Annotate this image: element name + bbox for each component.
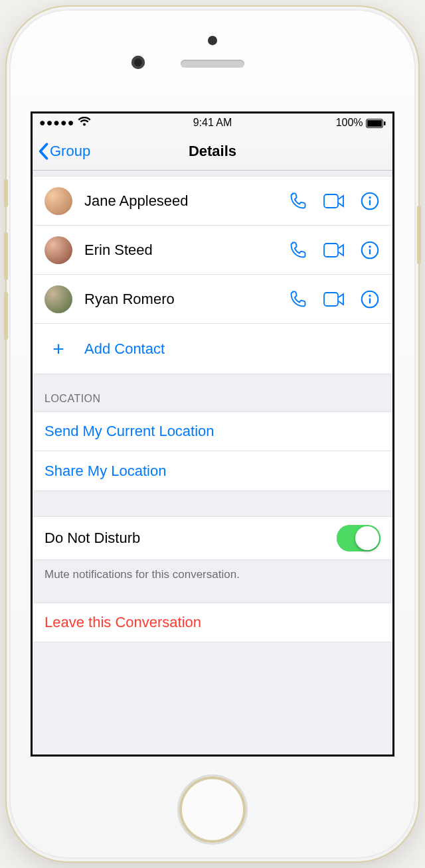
svg-rect-10 xyxy=(369,249,371,254)
screen: ●●●●● 9:41 AM 100% Group Details xyxy=(31,111,394,757)
plus-icon: + xyxy=(44,338,72,360)
back-label: Group xyxy=(50,143,90,160)
do-not-disturb-note: Mute notifications for this conversation… xyxy=(33,560,392,589)
leave-conversation-label: Leave this Conversation xyxy=(44,614,201,631)
navbar: Group Details xyxy=(33,132,392,171)
do-not-disturb-row: Do Not Disturb xyxy=(33,516,392,560)
svg-rect-7 xyxy=(324,244,338,257)
add-contact-label: Add Contact xyxy=(84,340,165,358)
earpiece-speaker xyxy=(181,60,244,68)
do-not-disturb-label: Do Not Disturb xyxy=(44,530,140,547)
send-current-location-button[interactable]: Send My Current Location xyxy=(33,411,392,451)
contacts-group: Jane Appleseed Erin Steed Ryan Romer xyxy=(33,176,392,374)
contact-name: Ryan Romero xyxy=(84,291,288,308)
phone-icon[interactable] xyxy=(288,190,309,212)
svg-point-5 xyxy=(369,196,371,198)
location-header: LOCATION xyxy=(33,374,392,411)
svg-rect-14 xyxy=(369,298,371,303)
info-icon[interactable] xyxy=(359,240,381,261)
power-button xyxy=(417,206,421,264)
svg-rect-6 xyxy=(369,200,371,205)
svg-rect-3 xyxy=(324,194,338,208)
avatar xyxy=(44,285,72,313)
mute-switch xyxy=(4,179,8,207)
contact-row[interactable]: Erin Steed xyxy=(33,226,392,275)
info-icon[interactable] xyxy=(359,289,381,310)
video-icon[interactable] xyxy=(323,289,345,310)
contact-row[interactable]: Ryan Romero xyxy=(33,275,392,324)
svg-point-9 xyxy=(369,246,371,248)
video-icon[interactable] xyxy=(323,240,345,261)
avatar xyxy=(44,187,72,215)
toggle-knob xyxy=(355,526,379,550)
leave-conversation-button[interactable]: Leave this Conversation xyxy=(33,603,392,642)
back-button[interactable]: Group xyxy=(38,143,90,160)
volume-down xyxy=(4,292,8,340)
do-not-disturb-toggle[interactable] xyxy=(337,525,381,551)
chevron-left-icon xyxy=(38,143,48,160)
proximity-sensor xyxy=(208,36,217,45)
send-current-location-label: Send My Current Location xyxy=(44,423,214,440)
share-my-location-label: Share My Location xyxy=(44,463,166,480)
phone-frame: ●●●●● 9:41 AM 100% Group Details xyxy=(7,7,418,861)
status-time: 9:41 AM xyxy=(33,117,392,129)
contact-name: Erin Steed xyxy=(84,242,288,259)
volume-up xyxy=(4,232,8,280)
contact-row[interactable]: Jane Appleseed xyxy=(33,177,392,226)
page-title: Details xyxy=(189,143,236,160)
avatar xyxy=(44,236,72,264)
phone-icon[interactable] xyxy=(288,240,309,261)
svg-point-13 xyxy=(369,295,371,297)
status-bar: ●●●●● 9:41 AM 100% xyxy=(33,113,392,132)
info-icon[interactable] xyxy=(359,190,381,212)
share-my-location-button[interactable]: Share My Location xyxy=(33,451,392,491)
phone-icon[interactable] xyxy=(288,289,309,310)
svg-rect-11 xyxy=(324,293,338,306)
front-camera xyxy=(131,56,145,69)
add-contact-button[interactable]: + Add Contact xyxy=(33,324,392,374)
home-button[interactable] xyxy=(179,776,246,843)
contact-name: Jane Appleseed xyxy=(84,192,288,210)
video-icon[interactable] xyxy=(323,190,345,212)
